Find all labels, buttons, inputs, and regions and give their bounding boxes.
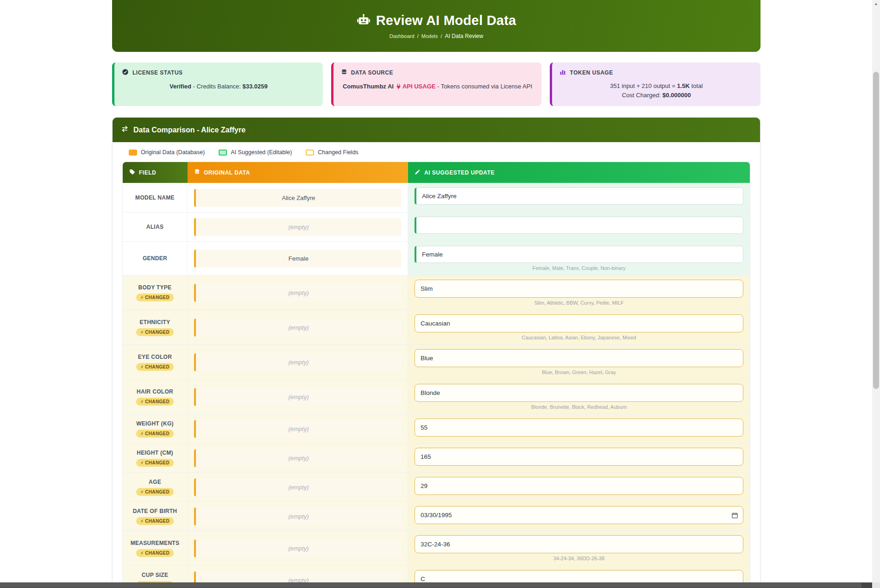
original-value: (empty) <box>194 218 401 236</box>
vertical-scrollbar-thumb[interactable] <box>873 72 879 389</box>
original-column-header: ORIGINAL DATA <box>188 162 408 183</box>
ai-input-height-cm[interactable] <box>415 448 743 466</box>
comparison-panel: Data Comparison - Alice Zaffyre Original… <box>112 117 761 588</box>
field-cell: BODY TYPE⚡CHANGED <box>123 275 188 310</box>
changed-badge-label: CHANGED <box>145 550 170 556</box>
table-row-ethnicity: ETHNICITY⚡CHANGED(empty)Caucasian, Latin… <box>123 310 750 344</box>
plug-icon <box>396 83 402 92</box>
changed-badge-label: CHANGED <box>145 489 170 494</box>
license-status-value: Verified <box>170 83 191 90</box>
lightning-icon: ⚡ <box>140 489 144 494</box>
page: Review AI Model Data Dashboard / Models … <box>112 0 761 588</box>
original-header-label: ORIGINAL DATA <box>204 169 250 176</box>
license-status-label: LICENSE STATUS <box>132 69 183 76</box>
original-value: (empty) <box>194 284 401 302</box>
breadcrumb-separator: / <box>417 33 419 39</box>
bar-chart-icon <box>559 69 566 76</box>
ai-input-body-type[interactable] <box>415 280 743 298</box>
table-row-measurements: MEASUREMENTS⚡CHANGED(empty)34-24-34, 36D… <box>123 531 750 565</box>
original-data-cell: (empty) <box>188 414 408 443</box>
legend: Original Data (Database) AI Suggested (E… <box>122 142 750 162</box>
table-row-date-of-birth: DATE OF BIRTH⚡CHANGED(empty) <box>123 501 750 531</box>
original-value: (empty) <box>194 353 401 371</box>
ai-input-wrap <box>415 280 743 298</box>
license-status-label-row: LICENSE STATUS <box>122 69 315 77</box>
field-cell: GENDER <box>123 242 188 275</box>
table-row-height-cm: HEIGHT (CM)⚡CHANGED(empty) <box>123 443 750 472</box>
token-usage-line1-pre: 351 input + 210 output = <box>610 82 677 89</box>
ai-suggested-cell: Caucasian, Latina, Asian, Ebony, Japanes… <box>408 310 750 344</box>
changed-badge-label: CHANGED <box>145 364 170 369</box>
changed-badge-label: CHANGED <box>145 519 170 524</box>
ai-input-wrap <box>415 419 743 437</box>
original-data-cell: (empty) <box>188 444 408 472</box>
table-row-eye-color: EYE COLOR⚡CHANGED(empty)Blue, Brown, Gre… <box>123 344 750 379</box>
field-label: ALIAS <box>146 224 164 230</box>
field-label: HAIR COLOR <box>137 388 173 395</box>
table-row-gender: GENDERFemaleFemale, Male, Trans, Couple,… <box>123 241 750 275</box>
data-source-brand: ComusThumbz AI <box>343 83 394 90</box>
token-usage-line1: 351 input + 210 output = 1.5K total <box>559 81 753 91</box>
field-cell: WEIGHT (KG)⚡CHANGED <box>123 414 188 443</box>
ai-input-measurements[interactable] <box>415 535 743 553</box>
ai-input-ethnicity[interactable] <box>415 314 743 332</box>
original-value: (empty) <box>194 319 401 337</box>
field-label: MEASUREMENTS <box>131 540 180 546</box>
page-header: Review AI Model Data Dashboard / Models … <box>112 0 761 52</box>
ai-suggested-cell <box>408 444 750 472</box>
ai-input-date-of-birth[interactable] <box>415 506 743 524</box>
ai-suggested-cell: 34-24-34, 36DD-26-38 <box>408 531 750 565</box>
original-value: (empty) <box>194 388 401 406</box>
ai-suggested-cell <box>408 213 750 241</box>
data-source-label: DATA SOURCE <box>351 69 393 76</box>
breadcrumb-link-dashboard[interactable]: Dashboard <box>390 33 415 39</box>
horizontal-scrollbar-thumb[interactable] <box>0 583 861 588</box>
table-row-alias: ALIAS(empty) <box>123 212 750 241</box>
breadcrumb-separator: / <box>440 33 442 39</box>
changed-badge: ⚡CHANGED <box>136 488 174 496</box>
comparison-title: Data Comparison - Alice Zaffyre <box>133 126 245 134</box>
field-cell: EYE COLOR⚡CHANGED <box>123 345 188 379</box>
field-hint: Female, Male, Trans, Couple, Non-binary <box>415 265 743 271</box>
field-label: HEIGHT (CM) <box>137 450 173 456</box>
legend-item-original: Original Data (Database) <box>129 149 205 156</box>
token-usage-label: TOKEN USAGE <box>570 69 613 76</box>
data-source-text: ComusThumbz AIAPI USAGE - Tokens consume… <box>341 82 534 92</box>
ai-input-weight-kg[interactable] <box>415 419 743 437</box>
horizontal-scrollbar[interactable] <box>0 582 880 588</box>
table-row-body-type: BODY TYPE⚡CHANGED(empty)Slim, Athletic, … <box>123 275 750 310</box>
field-hint: Blue, Brown, Green, Hazel, Gray <box>415 369 743 375</box>
field-cell: ALIAS <box>123 213 188 241</box>
ai-input-age[interactable] <box>415 477 743 495</box>
original-data-cell: (empty) <box>188 213 408 241</box>
token-total-value: 1.5K <box>677 82 690 89</box>
table-row-weight-kg: WEIGHT (KG)⚡CHANGED(empty) <box>123 414 750 443</box>
ai-input-eye-color[interactable] <box>415 349 743 367</box>
changed-badge-label: CHANGED <box>145 330 170 335</box>
title-row: Review AI Model Data <box>357 13 516 29</box>
database-icon <box>194 169 200 176</box>
field-hint: Blonde, Brunette, Black, Redhead, Auburn <box>415 404 743 410</box>
lightning-icon: ⚡ <box>140 431 144 436</box>
ai-input-wrap <box>415 314 743 332</box>
original-value: (empty) <box>194 507 401 525</box>
field-label: EYE COLOR <box>138 354 172 360</box>
vertical-scrollbar[interactable]: ▲ <box>872 0 880 582</box>
breadcrumb: Dashboard / Models / AI Data Review <box>390 33 483 39</box>
comparison-body: Original Data (Database) AI Suggested (E… <box>113 142 760 588</box>
changed-badge: ⚡CHANGED <box>136 459 174 467</box>
token-usage-card: TOKEN USAGE 351 input + 210 output = 1.5… <box>550 63 761 106</box>
comparison-header: Data Comparison - Alice Zaffyre <box>113 118 760 142</box>
legend-swatch-ai <box>219 150 227 156</box>
ai-input-alias[interactable] <box>415 217 743 234</box>
ai-input-gender[interactable] <box>415 246 743 263</box>
field-label: AGE <box>149 479 161 485</box>
breadcrumb-link-models[interactable]: Models <box>421 33 438 39</box>
calendar-icon <box>731 512 738 519</box>
ai-input-hair-color[interactable] <box>415 384 743 402</box>
ai-input-wrap <box>415 384 743 402</box>
original-value: (empty) <box>194 449 401 467</box>
original-data-cell: (empty) <box>188 473 408 501</box>
scroll-up-button[interactable]: ▲ <box>872 0 880 7</box>
ai-input-model-name[interactable] <box>415 188 743 205</box>
